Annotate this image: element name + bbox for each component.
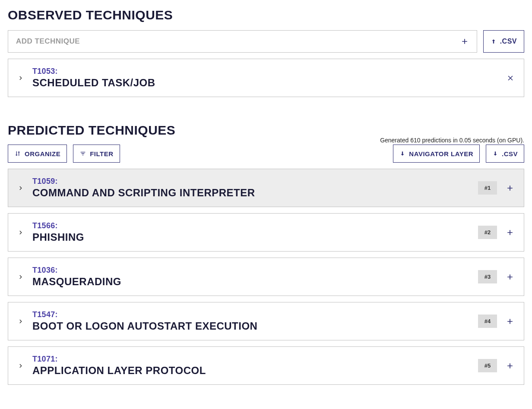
technique-id: T1059: [32,177,469,186]
observed-technique-card[interactable]: T1053:SCHEDULED TASK/JOB [8,59,524,97]
arrow-down-icon [399,151,405,157]
plus-icon[interactable] [506,184,514,192]
technique-id: T1036: [32,266,469,275]
technique-id: T1547: [32,310,469,319]
chevron-right-icon[interactable] [18,230,24,236]
rank-badge: #3 [478,270,497,283]
rank-badge: #5 [478,359,497,372]
technique-name: PHISHING [32,231,469,243]
chevron-right-icon[interactable] [18,185,24,191]
technique-name: SCHEDULED TASK/JOB [32,77,498,89]
technique-id: T1566: [32,221,469,230]
technique-name: BOOT OR LOGON AUTOSTART EXECUTION [32,320,469,332]
technique-id: T1053: [32,67,498,76]
close-icon[interactable] [507,74,514,82]
filter-button[interactable]: FILTER [73,145,120,163]
chevron-right-icon[interactable] [18,363,24,369]
upload-csv-button[interactable]: .CSV [483,30,524,53]
technique-name: APPLICATION LAYER PROTOCOL [32,365,469,377]
predicted-technique-card[interactable]: T1566:PHISHING#2 [8,213,524,252]
csv-label: .CSV [502,150,518,157]
plus-icon[interactable] [506,362,514,370]
predicted-heading: PREDICTED TECHNIQUES [8,123,175,138]
observed-heading: OBSERVED TECHNIQUES [8,8,524,22]
predicted-technique-card[interactable]: T1036:MASQUERADING#3 [8,258,524,296]
rank-badge: #2 [478,226,497,239]
csv-label: .CSV [500,38,517,45]
predicted-technique-card[interactable]: T1059:COMMAND AND SCRIPTING INTERPRETER#… [8,169,524,207]
navigator-label: NAVIGATOR LAYER [409,150,473,157]
plus-icon[interactable] [506,228,514,237]
technique-id: T1071: [32,355,469,364]
generated-status: Generated 610 predictions in 0.05 second… [380,137,524,144]
plus-icon[interactable] [506,273,514,281]
chevron-right-icon[interactable] [18,318,24,324]
arrow-up-icon [491,38,497,44]
plus-icon[interactable] [506,317,514,326]
predicted-technique-card[interactable]: T1071:APPLICATION LAYER PROTOCOL#5 [8,346,524,385]
rank-badge: #1 [478,181,497,195]
download-csv-button[interactable]: .CSV [486,145,524,163]
organize-button[interactable]: ORGANIZE [8,145,67,163]
filter-icon [79,150,86,157]
sort-icon [14,150,21,157]
filter-label: FILTER [90,150,113,157]
predicted-technique-card[interactable]: T1547:BOOT OR LOGON AUTOSTART EXECUTION#… [8,302,524,340]
add-technique-input[interactable]: ADD TECHNIQUE [8,30,477,53]
navigator-layer-button[interactable]: NAVIGATOR LAYER [393,145,480,163]
technique-name: COMMAND AND SCRIPTING INTERPRETER [32,187,469,199]
technique-name: MASQUERADING [32,276,469,288]
chevron-right-icon[interactable] [18,75,24,81]
rank-badge: #4 [478,315,497,328]
plus-icon[interactable] [460,37,469,46]
organize-label: ORGANIZE [25,150,60,157]
arrow-down-icon [492,151,498,157]
add-technique-placeholder: ADD TECHNIQUE [16,37,80,46]
chevron-right-icon[interactable] [18,274,24,280]
